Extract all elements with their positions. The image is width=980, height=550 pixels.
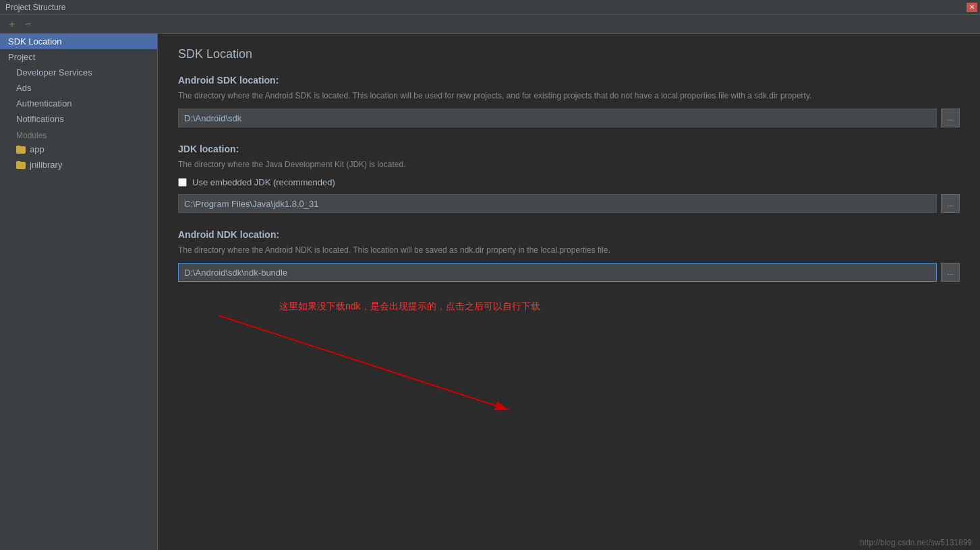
jdk-input[interactable] (178, 194, 937, 213)
jdk-title: JDK location: (178, 144, 960, 154)
sidebar: SDK Location Project Developer Services … (0, 34, 158, 550)
android-sdk-section: Android SDK location: The directory wher… (178, 75, 960, 127)
annotation-text: 这里如果没下载ndk，是会出现提示的，点击之后可以自行下载 (279, 301, 540, 313)
sidebar-item-developer-services[interactable]: Developer Services (0, 65, 157, 80)
folder-icon-jnilibrary (16, 161, 26, 169)
modules-header: Modules (0, 127, 157, 142)
android-ndk-title: Android NDK location: (178, 229, 960, 240)
sidebar-item-sdk-location[interactable]: SDK Location (0, 34, 157, 49)
jdk-input-row: ... (178, 194, 960, 213)
sidebar-item-jnilibrary[interactable]: jnilibrary (0, 157, 157, 173)
title-bar: Project Structure ✕ (0, 0, 980, 15)
embedded-jdk-row: Use embedded JDK (recommended) (178, 177, 960, 187)
sidebar-item-notifications[interactable]: Notifications (0, 111, 157, 127)
title-bar-text: Project Structure (5, 3, 65, 12)
sidebar-item-ads[interactable]: Ads (0, 80, 157, 96)
toolbar: + − (0, 15, 980, 34)
title-bar-controls: ✕ (967, 3, 977, 12)
remove-button[interactable]: − (22, 18, 35, 31)
close-button[interactable]: ✕ (967, 3, 977, 12)
annotation-container: 这里如果没下载ndk，是会出现提示的，点击之后可以自行下载 (178, 295, 960, 430)
android-sdk-input[interactable] (178, 109, 937, 127)
footer-url: http://blog.csdn.net/sw5131899 (852, 535, 980, 550)
embedded-jdk-checkbox[interactable] (178, 178, 187, 187)
sidebar-item-app[interactable]: app (0, 142, 157, 157)
svg-line-1 (219, 315, 509, 410)
folder-icon-app (16, 146, 26, 154)
android-sdk-desc: The directory where the Android SDK is l… (178, 90, 960, 102)
android-ndk-input[interactable] (178, 263, 937, 282)
android-ndk-browse-button[interactable]: ... (941, 263, 960, 282)
sidebar-item-project[interactable]: Project (0, 49, 157, 65)
annotation-arrow (178, 295, 583, 430)
android-sdk-input-row: ... (178, 109, 960, 127)
android-ndk-section: Android NDK location: The directory wher… (178, 229, 960, 430)
android-ndk-desc: The directory where the Android NDK is l… (178, 244, 960, 256)
page-title: SDK Location (178, 47, 960, 61)
main-content: SDK Location Android SDK location: The d… (158, 34, 980, 550)
sidebar-item-authentication[interactable]: Authentication (0, 96, 157, 111)
android-sdk-title: Android SDK location: (178, 75, 960, 86)
embedded-jdk-label: Use embedded JDK (recommended) (192, 177, 335, 187)
main-container: SDK Location Project Developer Services … (0, 34, 980, 550)
jdk-desc: The directory where the Java Development… (178, 158, 960, 171)
android-ndk-input-row: ... (178, 263, 960, 282)
jdk-browse-button[interactable]: ... (941, 194, 960, 213)
android-sdk-browse-button[interactable]: ... (941, 109, 960, 127)
add-button[interactable]: + (5, 18, 19, 31)
jdk-section: JDK location: The directory where the Ja… (178, 144, 960, 213)
